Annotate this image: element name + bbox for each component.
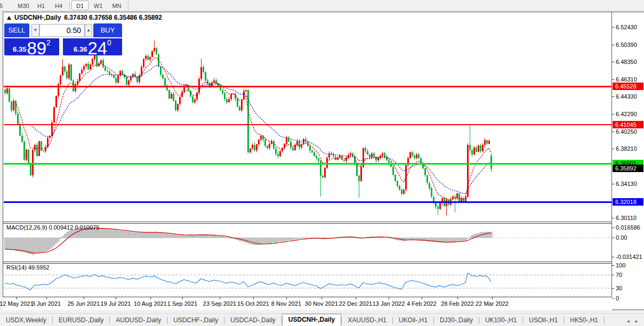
rsi-axis-label: 100 [616, 262, 625, 268]
date-axis-label: 10 Aug 2021 [134, 300, 167, 307]
date-axis-label: 19 Jul 2021 [101, 300, 131, 307]
date-axis-tick [182, 297, 183, 299]
panel-divider[interactable] [3, 223, 612, 224]
price-axis-tick [612, 96, 614, 97]
ask-price-prefix: 6.36 [74, 45, 87, 53]
price-axis-label: 6.34130 [616, 181, 637, 187]
macd-axis-label: 0.00 [616, 234, 627, 241]
volume-increase-button[interactable]: ▲ [85, 24, 92, 37]
price-axis-label: 6.52430 [616, 24, 637, 30]
rsi-axis-tick [612, 288, 614, 289]
chart-tab-eurusd[interactable]: EURUSD-,Daily [53, 315, 110, 326]
chart-collapse-icon[interactable] [7, 16, 11, 20]
timeframe-toolbar: 5M30H1H4D1W1MN [0, 0, 644, 11]
panel-divider[interactable] [3, 263, 612, 264]
volume-decrease-button[interactable]: ▼ [31, 24, 39, 37]
date-axis-label: 22 Dec 2021 [339, 300, 372, 307]
timeframe-button-mn[interactable]: MN [108, 1, 126, 10]
date-axis-tick [17, 297, 17, 299]
chart-tab-usoil[interactable]: USOil-,H1 [523, 315, 564, 326]
date-axis-tick [389, 297, 389, 299]
chart-title-ohlc: 6.37430 6.37658 6.35486 6.35892 [64, 14, 162, 21]
price-level-badge: 6.41045 [613, 121, 643, 128]
timeframe-button-5[interactable]: 5 [0, 1, 4, 10]
chart-tab-audusd[interactable]: AUDUSD-,Daily [110, 315, 167, 326]
mt4-window: { "toolbar": { "timeframes": [ {"label":… [0, 0, 644, 326]
date-axis-tick [286, 297, 287, 299]
macd-histogram [4, 227, 492, 255]
price-axis-tick [612, 62, 614, 62]
price-level-badge: 6.32018 [613, 198, 643, 206]
chart-tab-xauusd[interactable]: XAUUSD-,H1 [342, 315, 392, 326]
price-level-badge: 6.35892 [613, 165, 643, 172]
price-axis-label: 6.40250 [616, 128, 637, 135]
price-axis-tick [612, 132, 614, 132]
rsi-axis-tick [612, 275, 614, 275]
timeframe-button-h1[interactable]: H1 [33, 1, 49, 10]
toolbar-separator [128, 1, 128, 10]
date-axis-tick [84, 297, 84, 299]
chart-tab-usdchf[interactable]: USDCHF-,Daily [167, 315, 224, 326]
date-axis-tick [457, 297, 458, 299]
price-axis-label: 6.46310 [616, 76, 637, 83]
macd-indicator-label: MACD(12,26,9) 0.009412 0.010075 [6, 224, 99, 231]
rsi-axis-tick [612, 265, 614, 266]
rsi-indicator-label: RSI(14) 49.5952 [6, 264, 50, 271]
macd-axis-tick [612, 257, 614, 257]
tab-scroll-left-icon[interactable]: ◄ [626, 319, 630, 324]
date-axis-label: 25 Jun 2021 [68, 300, 100, 307]
price-level-badge: 6.45528 [613, 83, 643, 90]
price-axis: 6.524306.503906.483506.463106.443306.422… [612, 12, 644, 310]
panel-divider[interactable] [3, 222, 612, 222]
date-axis-label: 3 Jun 2021 [32, 300, 61, 307]
date-axis-tick [253, 297, 254, 299]
price-axis-tick [612, 184, 614, 184]
date-axis-tick [116, 297, 116, 299]
timeframe-button-w1[interactable]: W1 [90, 1, 107, 10]
bid-price-panel[interactable]: 6.35 89 2 [4, 38, 59, 55]
chart-tab-usdcad[interactable]: USDCAD-,Daily [224, 315, 281, 326]
date-axis-tick [492, 297, 493, 299]
tab-scroll-right-icon[interactable]: ► [634, 319, 639, 324]
chart-title: USDCNH-,Daily6.37430 6.37658 6.35486 6.3… [7, 14, 162, 21]
buy-button[interactable]: BUY [93, 23, 122, 37]
date-axis-label: 4 Feb 2022 [407, 300, 437, 307]
horizontal-levels-layer[interactable] [4, 86, 612, 202]
timeframe-button-d1[interactable]: D1 [71, 1, 88, 10]
toolbar-separator [69, 1, 70, 10]
bid-price-pip: 2 [46, 39, 51, 46]
price-axis-tick [612, 218, 614, 218]
chart-tab-ukoil[interactable]: UKOil-,H1 [393, 315, 433, 326]
chart-tab-hk50[interactable]: HK50-,H1 [564, 315, 604, 326]
price-axis-tick [612, 45, 614, 45]
volume-input[interactable] [39, 24, 85, 37]
bid-price-prefix: 6.35 [13, 45, 26, 53]
rsi-axis-label: 30 [616, 285, 622, 291]
sell-button[interactable]: SELL [4, 23, 29, 37]
rsi-panel-canvas[interactable] [4, 264, 612, 297]
macd-axis-label: 0.016586 [616, 224, 640, 231]
chart-tab-uk100[interactable]: UK100-,H1 [479, 315, 522, 326]
timeframe-button-m30[interactable]: M30 [14, 1, 33, 10]
symbol-tabbar: USDX,WeeklyEURUSD-,DailyAUDUSD-,DailyUSD… [0, 313, 644, 326]
date-axis-tick [46, 297, 47, 299]
rsi-axis-label: 0 [616, 295, 619, 301]
price-axis-label: 6.44330 [616, 93, 637, 100]
chart-tab-dj30[interactable]: DJ30-,Daily [434, 315, 479, 326]
chart-tab-usdx[interactable]: USDX,Weekly [0, 315, 52, 326]
ask-price-panel[interactable]: 6.36 24 0 [63, 38, 122, 55]
ask-price-big: 24 [87, 41, 107, 55]
price-axis-tick [612, 27, 614, 28]
tab-separator [604, 317, 605, 324]
panel-divider[interactable] [3, 262, 612, 262]
date-axis-tick [150, 297, 151, 299]
spinner-up-icon: ▲ [86, 28, 91, 32]
timeframe-button-h4[interactable]: H4 [50, 1, 67, 10]
spinner-down-icon: ▼ [34, 28, 38, 32]
macd-axis-tick [612, 227, 614, 228]
price-axis-tick [612, 149, 614, 149]
rsi-line [5, 273, 491, 290]
moving-averages-layer [15, 58, 491, 200]
macd-axis-tick [612, 238, 614, 238]
chart-tab-usdcnh[interactable]: USDCNH-,Daily [282, 314, 341, 326]
